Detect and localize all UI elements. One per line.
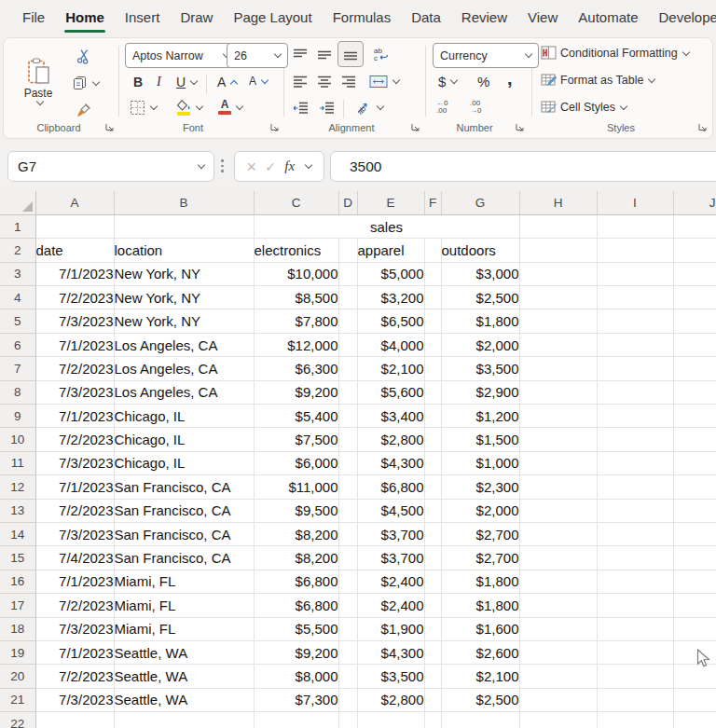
decrease-font-button[interactable]: A — [249, 75, 268, 88]
cell-empty[interactable] — [424, 712, 441, 728]
cell-empty[interactable] — [338, 617, 357, 640]
tab-review[interactable]: Review — [451, 0, 517, 35]
cell-empty[interactable] — [441, 712, 519, 728]
row-header[interactable]: 19 — [0, 640, 35, 664]
align-middle-button[interactable] — [317, 48, 332, 62]
cell-empty[interactable] — [338, 380, 357, 404]
cell-empty[interactable] — [338, 665, 357, 688]
cell-empty[interactable] — [597, 688, 673, 711]
cell-location[interactable]: San Francisco, CA — [114, 499, 254, 522]
cell-location[interactable]: New York, NY — [114, 286, 254, 309]
cell-empty[interactable] — [338, 499, 357, 522]
cell-empty[interactable] — [673, 617, 716, 640]
formula-input[interactable]: 3500 — [330, 151, 716, 182]
row-header[interactable]: 21 — [0, 688, 35, 711]
cell-empty[interactable] — [519, 239, 597, 262]
cell-apparel[interactable]: $2,400 — [357, 570, 424, 593]
cell-apparel[interactable]: $4,300 — [357, 640, 424, 664]
cell-date[interactable]: 7/1/2023 — [35, 570, 114, 593]
cell-empty[interactable] — [673, 640, 716, 664]
fx-icon[interactable]: fx — [284, 158, 295, 174]
cell-location[interactable]: San Francisco, CA — [114, 475, 254, 499]
cell-empty[interactable] — [114, 214, 254, 238]
cell-empty[interactable] — [424, 451, 441, 474]
column-header-a[interactable]: A — [35, 191, 114, 214]
cell-date[interactable]: 7/3/2023 — [35, 522, 114, 545]
column-header-h[interactable]: H — [519, 191, 597, 214]
column-header-e[interactable]: E — [357, 191, 424, 214]
cell-empty[interactable] — [519, 428, 597, 451]
cell-electronics[interactable]: $8,200 — [254, 522, 338, 545]
row-header[interactable]: 3 — [0, 262, 35, 285]
cell-empty[interactable] — [673, 380, 716, 404]
cell-empty[interactable] — [597, 546, 673, 570]
cell-outdoors[interactable]: $2,100 — [441, 665, 519, 688]
cell-empty[interactable] — [597, 640, 673, 664]
cell-empty[interactable] — [597, 380, 673, 404]
cell-empty[interactable] — [338, 475, 357, 499]
cell-apparel[interactable]: $6,800 — [357, 475, 424, 499]
row-header[interactable]: 15 — [0, 546, 35, 570]
cell-empty[interactable] — [597, 570, 673, 593]
cell-apparel[interactable]: $2,800 — [357, 428, 424, 451]
font-size-combo[interactable]: 26 — [227, 43, 288, 68]
font-name-combo[interactable]: Aptos Narrow — [125, 43, 237, 68]
cell-empty[interactable] — [597, 594, 673, 617]
cell-date[interactable]: 7/4/2023 — [35, 546, 114, 570]
cell-empty[interactable] — [519, 262, 597, 285]
tab-home[interactable]: Home — [55, 0, 115, 35]
cell-location[interactable]: Los Angeles, CA — [114, 357, 254, 380]
cell-empty[interactable] — [519, 640, 597, 664]
cell-empty[interactable] — [519, 546, 597, 570]
cell-header-outdoors[interactable]: outdoors — [441, 239, 519, 262]
cell-empty[interactable] — [519, 522, 597, 545]
cell-date[interactable]: 7/2/2023 — [35, 499, 114, 522]
copy-button[interactable] — [73, 76, 99, 90]
cell-electronics[interactable]: $8,000 — [254, 665, 338, 688]
row-header[interactable]: 22 — [0, 712, 35, 728]
row-header[interactable]: 13 — [0, 499, 35, 522]
cell-empty[interactable] — [673, 546, 716, 570]
column-header-i[interactable]: I — [597, 191, 673, 214]
cell-empty[interactable] — [673, 594, 716, 617]
cell-empty[interactable] — [673, 262, 716, 285]
cell-empty[interactable] — [338, 333, 357, 356]
cell-empty[interactable] — [597, 475, 673, 499]
cell-outdoors[interactable]: $1,200 — [441, 405, 519, 428]
cell-empty[interactable] — [519, 475, 597, 499]
cell-empty[interactable] — [338, 688, 357, 711]
cell-apparel[interactable]: $2,400 — [357, 594, 424, 617]
underline-button[interactable]: U — [176, 75, 197, 89]
tab-developer[interactable]: Developer — [649, 0, 716, 35]
cell-electronics[interactable]: $7,300 — [254, 688, 338, 711]
cell-empty[interactable] — [424, 309, 441, 333]
cell-outdoors[interactable]: $1,800 — [441, 309, 519, 333]
cell-date[interactable]: 7/1/2023 — [35, 475, 114, 499]
row-header[interactable]: 18 — [0, 617, 35, 640]
cell-empty[interactable] — [673, 688, 716, 711]
cell-date[interactable]: 7/3/2023 — [35, 380, 114, 404]
styles-dialog-launcher-icon[interactable] — [697, 122, 708, 132]
row-header[interactable]: 14 — [0, 522, 35, 545]
cell-empty[interactable] — [424, 594, 441, 617]
accounting-format-button[interactable]: $ — [438, 74, 457, 89]
increase-decimal-button[interactable]: ←0.00 — [436, 100, 448, 115]
cell-outdoors[interactable]: $2,500 — [441, 688, 519, 711]
cell-apparel[interactable]: $3,500 — [357, 665, 424, 688]
cell-empty[interactable] — [35, 214, 114, 238]
cell-empty[interactable] — [519, 665, 597, 688]
cell-empty[interactable] — [254, 712, 338, 728]
enter-icon[interactable]: ✓ — [265, 159, 276, 174]
cell-empty[interactable] — [673, 214, 716, 238]
cell-empty[interactable] — [519, 499, 597, 522]
merge-center-button[interactable] — [369, 74, 399, 89]
cell-empty[interactable] — [338, 546, 357, 570]
cell-outdoors[interactable]: $2,600 — [441, 640, 519, 664]
cell-date[interactable]: 7/1/2023 — [35, 405, 114, 428]
cell-location[interactable]: Los Angeles, CA — [114, 380, 254, 404]
decrease-decimal-button[interactable]: .00→0 — [470, 100, 481, 115]
cell-empty[interactable] — [673, 475, 716, 499]
cell-empty[interactable] — [519, 712, 597, 728]
cell-empty[interactable] — [597, 357, 673, 380]
cell-outdoors[interactable]: $2,700 — [441, 522, 519, 545]
